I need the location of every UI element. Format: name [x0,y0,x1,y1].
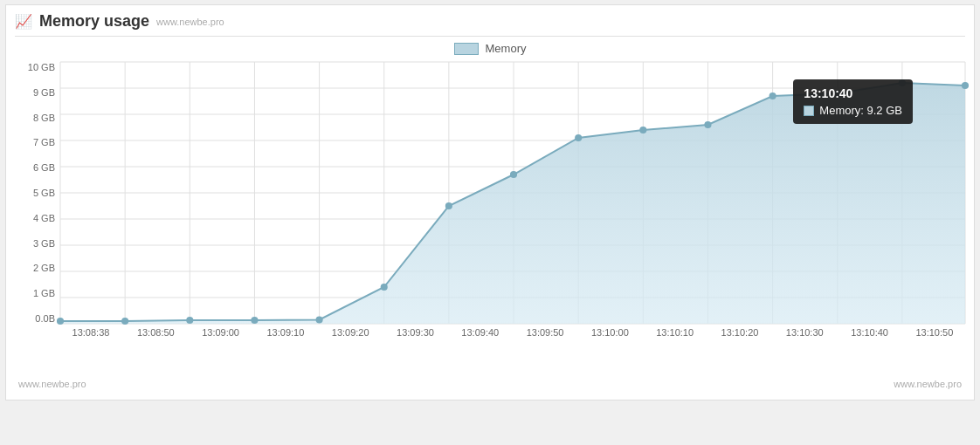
legend-color-swatch [454,43,479,55]
memory-usage-widget: 📈 Memory usage www.newbe.pro Memory 10 G… [5,4,975,400]
x-label-13: 13:10:50 [904,327,965,338]
x-label-11: 13:10:30 [774,327,835,338]
data-point [121,318,128,325]
data-point [899,79,906,86]
data-point [834,90,841,97]
widget-header: 📈 Memory usage www.newbe.pro [15,12,965,37]
data-point [962,82,969,89]
area-fill [60,83,965,324]
y-label-2gb: 2 GB [33,263,55,273]
x-label-2: 13:09:00 [190,327,252,338]
data-point [510,171,517,178]
y-label-4gb: 4 GB [33,213,55,223]
data-point [445,202,452,209]
chart-legend: Memory [15,42,965,55]
widget-title: Memory usage [39,12,149,31]
x-label-6: 13:09:40 [450,327,511,338]
chart-svg [60,62,965,324]
x-label-0: 13:08:38 [60,327,121,338]
chart-container: Memory 10 GB 9 GB 8 GB 7 GB 6 GB 5 GB 4 … [15,42,965,391]
y-label-5gb: 5 GB [33,188,55,198]
x-label-7: 13:09:50 [514,327,576,338]
data-point [575,134,582,141]
data-point [57,318,64,325]
x-label-5: 13:09:30 [384,327,445,338]
data-point [639,127,646,134]
data-point [381,284,388,291]
x-axis: 13:08:38 13:08:50 13:09:00 13:09:10 13:0… [15,327,965,338]
y-label-8gb: 8 GB [33,113,55,123]
legend-label: Memory [486,42,527,55]
y-label-3gb: 3 GB [33,238,55,249]
y-label-6gb: 6 GB [33,162,55,173]
x-label-8: 13:10:00 [579,327,640,338]
watermark-bottom-left: www.newbe.pro [18,379,86,389]
chart-icon: 📈 [15,13,32,30]
x-label-12: 13:10:40 [839,327,901,338]
data-point [316,317,323,324]
y-label-0b: 0.0B [35,313,55,324]
y-label-9gb: 9 GB [33,87,55,98]
data-point [251,317,258,324]
x-label-1: 13:08:50 [125,327,186,338]
watermark-bottom-right: www.newbe.pro [894,379,962,389]
y-axis: 10 GB 9 GB 8 GB 7 GB 6 GB 5 GB 4 GB 3 GB… [15,62,60,324]
watermark-top: www.newbe.pro [156,17,224,27]
x-label-9: 13:10:10 [645,327,706,338]
data-point [770,92,776,99]
data-point [186,317,193,324]
y-label-1gb: 1 GB [33,288,55,298]
x-label-4: 13:09:20 [320,327,381,338]
chart-plot-area: 13:10:40 Memory: 9.2 GB [60,62,965,324]
y-label-10gb: 10 GB [28,62,55,72]
y-label-7gb: 7 GB [33,137,55,147]
data-point [704,121,711,128]
x-label-10: 13:10:20 [709,327,770,338]
x-label-3: 13:09:10 [255,327,316,338]
